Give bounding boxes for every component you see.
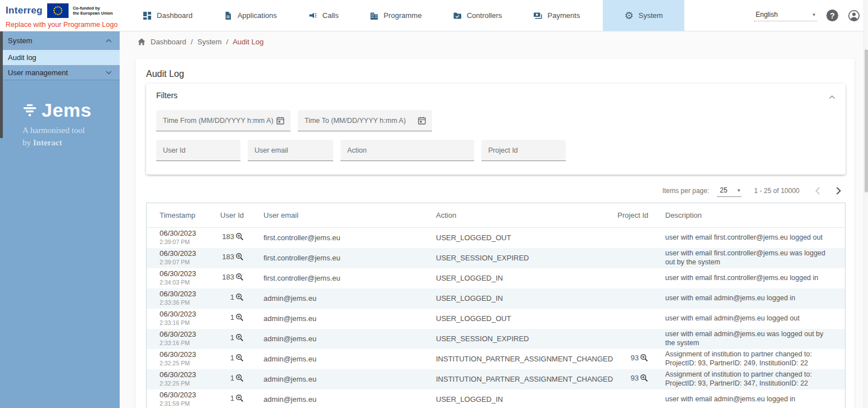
zoom-in-icon[interactable]: [235, 293, 244, 304]
main-content: Dashboard / System / Audit Log Audit Log…: [120, 31, 868, 408]
timestamp-date: 06/30/2023: [160, 330, 208, 339]
action-field: [340, 140, 474, 161]
zoom-in-icon[interactable]: [235, 394, 244, 405]
collapse-filters-button[interactable]: [829, 91, 835, 102]
sidebar-section-system[interactable]: System: [0, 31, 120, 50]
system-icon: ⚙: [624, 11, 633, 21]
sidebar-scrollbar[interactable]: [0, 31, 3, 408]
account-button[interactable]: [848, 10, 860, 22]
timestamp-time: 2:33:16 PM: [160, 339, 208, 348]
zoom-in-icon[interactable]: [235, 273, 244, 283]
action-cell: USER_LOGGED_IN: [428, 268, 613, 288]
audit-log-card: Audit Log Filters: [135, 59, 855, 408]
zoom-in-icon[interactable]: [235, 313, 244, 324]
jems-wordmark: Jems: [42, 99, 92, 121]
user-email-cell: admin@jems.eu: [251, 349, 428, 369]
timestamp-time: 2:31:59 PM: [160, 400, 208, 408]
table-row: 06/30/2023 2:33:16 PM 1 admin@jems.eu US…: [147, 309, 845, 329]
page-size-select[interactable]: 25 ▾: [717, 185, 742, 197]
nav-item-dashboard[interactable]: Dashboard: [135, 0, 201, 31]
table-row: 06/30/2023 2:39:07 PM 183 first.controll…: [147, 227, 845, 248]
project-id-input[interactable]: [487, 146, 560, 155]
user-id-value: 1: [230, 394, 234, 402]
timestamp-date: 06/30/2023: [160, 229, 208, 238]
breadcrumb-system[interactable]: System: [197, 38, 221, 46]
home-icon[interactable]: [137, 38, 146, 46]
user-id-value: 183: [222, 253, 234, 261]
time-to-field: [298, 110, 432, 131]
user-email-cell: first.controller@jems.eu: [251, 268, 428, 288]
column-header-action: Action: [428, 203, 613, 227]
sidebar-item-user-management[interactable]: User management: [0, 65, 120, 80]
user-id-field: [156, 140, 240, 161]
user-email-cell: admin@jems.eu: [251, 369, 428, 389]
page-scrollbar[interactable]: [864, 0, 868, 408]
description-cell: user with email admin@jems.eu logged out: [655, 309, 845, 329]
zoom-in-icon[interactable]: [235, 374, 244, 384]
description-cell: user with email first.controller@jems.eu…: [655, 268, 845, 288]
user-email-cell: admin@jems.eu: [251, 329, 428, 349]
header-right: English ▾ ?: [699, 0, 868, 31]
action-cell: USER_LOGGED_IN: [428, 288, 613, 309]
nav-item-calls[interactable]: Calls: [300, 0, 347, 31]
column-header-timestamp: Timestamp: [147, 203, 208, 227]
language-select[interactable]: English ▾: [754, 10, 817, 21]
timestamp-date: 06/30/2023: [160, 370, 208, 379]
logo-placeholder-text: Replace with your Programme Logo: [6, 21, 120, 29]
table-row: 06/30/2023 2:33:36 PM 1 admin@jems.eu US…: [147, 288, 845, 309]
description-cell: user with email admin@jems.eu logged in: [655, 288, 845, 309]
action-cell: USER_LOGGED_OUT: [428, 227, 613, 248]
eu-cofunded-label: Co-funded by the European Union: [73, 6, 113, 16]
eu-flag-icon: [47, 3, 69, 18]
zoom-in-icon[interactable]: [235, 232, 244, 243]
action-cell: USER_LOGGED_OUT: [428, 309, 613, 329]
interreg-wordmark: Interreg: [6, 5, 43, 16]
user-email-cell: first.controller@jems.eu: [251, 248, 428, 268]
zoom-in-icon[interactable]: [235, 253, 244, 263]
timestamp-time: 2:34:03 PM: [160, 278, 208, 287]
nav-item-controllers[interactable]: Controllers: [445, 0, 510, 31]
timestamp-date: 06/30/2023: [160, 310, 208, 319]
breadcrumb-separator: /: [191, 38, 193, 46]
nav-item-payments[interactable]: Payments: [525, 0, 588, 31]
previous-page-button[interactable]: [812, 185, 824, 197]
controllers-icon: [453, 11, 462, 20]
user-email-cell: first.controller@jems.eu: [251, 227, 428, 248]
action-cell: USER_SESSION_EXPIRED: [428, 329, 613, 349]
timestamp-time: 2:32:25 PM: [160, 359, 208, 368]
time-from-input[interactable]: [162, 116, 276, 125]
help-button[interactable]: ?: [826, 10, 838, 21]
breadcrumb: Dashboard / System / Audit Log: [120, 31, 868, 52]
action-input[interactable]: [346, 146, 469, 155]
timestamp-date: 06/30/2023: [160, 249, 208, 258]
user-id-value: 1: [230, 293, 234, 301]
column-header-project-id: Project Id: [613, 203, 655, 227]
zoom-in-icon[interactable]: [640, 354, 648, 364]
user-id-input[interactable]: [162, 146, 235, 155]
description-cell: user with email admin@jems.eu was logged…: [655, 329, 845, 349]
chevron-up-icon: [106, 39, 112, 43]
calendar-icon[interactable]: [417, 116, 426, 125]
project-id-value: 93: [631, 354, 639, 362]
zoom-in-icon[interactable]: [235, 354, 244, 364]
next-page-button[interactable]: [832, 185, 844, 197]
breadcrumb-dashboard[interactable]: Dashboard: [151, 38, 187, 46]
time-to-input[interactable]: [303, 116, 417, 125]
chevron-down-icon: [106, 71, 112, 75]
user-email-input[interactable]: [253, 146, 328, 155]
dashboard-icon: [143, 11, 152, 20]
sidebar-item-audit-log[interactable]: Audit log: [0, 50, 120, 65]
zoom-in-icon[interactable]: [235, 333, 244, 344]
applications-icon: [224, 11, 233, 20]
nav-item-programme[interactable]: Programme: [362, 0, 430, 31]
timestamp-time: 2:39:07 PM: [160, 258, 208, 267]
scrollbar-thumb[interactable]: [865, 49, 868, 192]
breadcrumb-separator: /: [226, 38, 229, 46]
zoom-in-icon[interactable]: [640, 374, 648, 384]
nav-item-applications[interactable]: Applications: [216, 0, 285, 31]
action-cell: INSTITUTION_PARTNER_ASSIGNMENT_CHANGED: [428, 349, 613, 369]
calendar-icon[interactable]: [276, 116, 285, 125]
nav-item-system[interactable]: ⚙ System: [603, 0, 684, 31]
timestamp-date: 06/30/2023: [160, 350, 208, 359]
user-email-cell: admin@jems.eu: [251, 288, 428, 309]
